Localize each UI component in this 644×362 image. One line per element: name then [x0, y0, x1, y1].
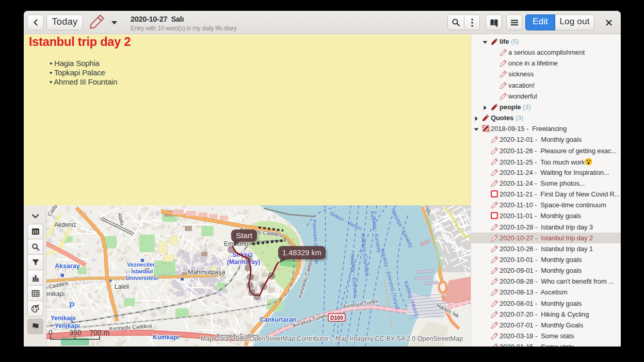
svg-text:Aksaray: Aksaray — [55, 262, 80, 270]
svg-text:Mahmutpaşa: Mahmutpaşa — [188, 269, 225, 276]
svg-text:Vezneciler-: Vezneciler- — [127, 261, 157, 268]
svg-text:Üniversitesi: Üniversitesi — [126, 275, 158, 281]
svg-text:Kumkapı: Kumkapı — [153, 334, 179, 341]
svg-text:Cankurtaran: Cankurtaran — [260, 316, 296, 323]
svg-text:İstanbul: İstanbul — [131, 268, 153, 274]
svg-text:(Marmaray): (Marmaray) — [227, 258, 261, 266]
svg-text:enikapı: enikapı — [46, 290, 65, 298]
svg-text:Start: Start — [236, 231, 253, 240]
svg-text:Yenikapı: Yenikapı — [51, 315, 76, 322]
svg-text:700 m: 700 m — [90, 328, 110, 337]
svg-text:0: 0 — [49, 328, 53, 337]
svg-text:Laleli: Laleli — [115, 283, 129, 290]
svg-text:Map Data ODBL OpenStreetMap Co: Map Data ODBL OpenStreetMap Contributors… — [201, 335, 463, 342]
svg-text:1.48329 km: 1.48329 km — [282, 249, 321, 257]
svg-text:Akdeniz: Akdeniz — [54, 221, 76, 228]
svg-text:350: 350 — [69, 328, 82, 337]
svg-text:P: P — [69, 301, 75, 310]
svg-text:D100: D100 — [330, 315, 343, 321]
